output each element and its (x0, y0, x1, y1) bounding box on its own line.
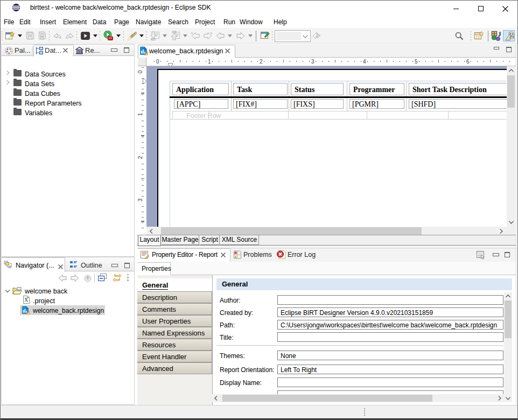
svg-text:X: X (24, 297, 29, 303)
